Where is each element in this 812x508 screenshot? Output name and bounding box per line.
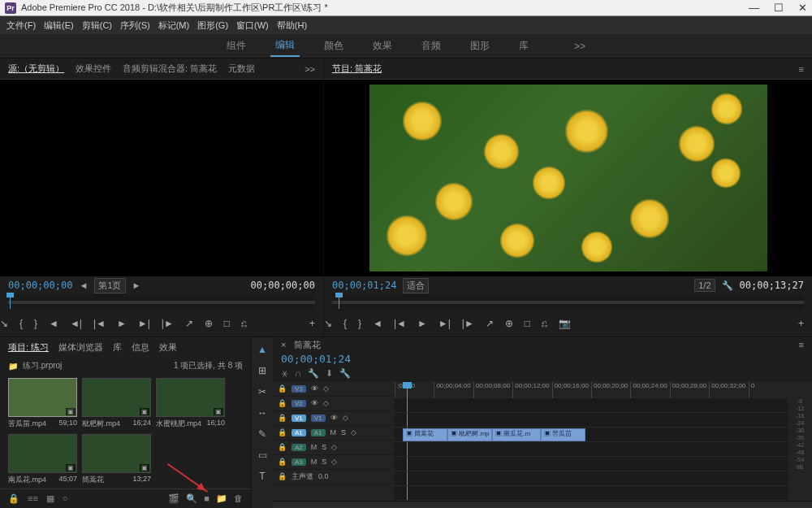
transport-button[interactable]: |► — [162, 318, 174, 329]
transport-button[interactable]: ►| — [138, 318, 150, 329]
workspace-tab[interactable]: 图形 — [465, 36, 495, 56]
thumbnail[interactable]: ▣ — [156, 378, 225, 417]
track-header[interactable]: 🔒主声道0.0 — [273, 470, 395, 484]
workspace-tab[interactable]: 库 — [514, 36, 533, 56]
track-lane[interactable] — [395, 442, 788, 457]
track-label[interactable]: V2 — [292, 400, 306, 407]
close-button[interactable]: ✕ — [798, 2, 807, 14]
sync-icon[interactable]: ◇ — [351, 428, 356, 436]
sync-icon[interactable]: ◇ — [323, 384, 329, 393]
track-header[interactable]: 🔒V1V1👁◇ — [273, 411, 395, 426]
page-back-icon[interactable]: ◄ — [79, 280, 88, 290]
source-panel-tab[interactable]: 源:（无剪辑） — [8, 63, 64, 75]
eye-icon[interactable]: 👁 — [311, 384, 318, 393]
timeline-tc[interactable]: 00;00;01;24 — [281, 353, 351, 365]
bin-icon[interactable]: 📁 — [8, 362, 18, 371]
transport-button[interactable]: ◄ — [373, 318, 382, 329]
footer-button[interactable]: 🎬 — [168, 493, 179, 504]
track-label[interactable]: A3 — [292, 458, 306, 466]
sync-icon[interactable]: ◇ — [323, 399, 329, 407]
transport-button[interactable]: |◄ — [394, 318, 406, 329]
workspace-more-icon[interactable]: >> — [569, 37, 590, 55]
page-fwd-icon[interactable]: ► — [132, 280, 141, 290]
menu-item[interactable]: 帮助(H) — [277, 20, 307, 32]
page-dropdown[interactable]: 第1页 — [94, 278, 125, 293]
tool-button[interactable]: T — [259, 471, 265, 482]
bin-item[interactable]: ▣南瓜花.mp445;07 — [8, 434, 77, 485]
footer-button[interactable]: ○ — [63, 493, 68, 504]
footer-button[interactable]: 📁 — [216, 493, 227, 504]
transport-button[interactable]: ►| — [438, 318, 451, 329]
transport-button[interactable]: ◄ — [49, 318, 58, 329]
menu-item[interactable]: 序列(S) — [120, 20, 150, 32]
source-panel-tab[interactable]: 音频剪辑混合器: 筒蒿花 — [123, 63, 217, 75]
timeline-clip[interactable]: ▣ 枇杷树.mp — [447, 428, 492, 441]
track-lane[interactable]: ▣ 筒蒿花▣ 枇杷树.mp▣ 南瓜花.m▣ 苦瓜苗 — [395, 428, 788, 442]
add-button-icon[interactable]: + — [309, 318, 315, 329]
timeline-tool-icon[interactable]: 🔧 — [339, 368, 351, 379]
track-header[interactable]: 🔒V2👁◇ — [273, 397, 395, 411]
transport-button[interactable]: ↘ — [0, 318, 8, 329]
transport-button[interactable]: □ — [525, 318, 530, 329]
menu-item[interactable]: 文件(F) — [6, 20, 36, 32]
tool-button[interactable]: ✂ — [258, 386, 266, 397]
source-scrubber[interactable] — [8, 294, 315, 310]
footer-button[interactable]: ■ — [204, 493, 209, 504]
workspace-tab[interactable]: 效果 — [368, 36, 397, 56]
project-bins[interactable]: ▣苦瓜苗.mp459;10▣枇杷树.mp416;24▣水蜜桃肥.mp416;10… — [0, 375, 251, 488]
menu-item[interactable]: 标记(M) — [158, 20, 190, 32]
add-button-icon[interactable]: + — [798, 318, 804, 329]
thumbnail[interactable]: ▣ — [8, 378, 77, 417]
transport-button[interactable]: { — [19, 318, 23, 329]
project-panel-tab[interactable]: 项目: 练习 — [8, 341, 49, 354]
track-lane[interactable] — [395, 457, 788, 471]
transport-button[interactable]: |◄ — [93, 318, 106, 329]
footer-button[interactable]: ▦ — [46, 493, 54, 504]
track-patch[interactable]: V1 — [292, 415, 306, 422]
menu-item[interactable]: 编辑(E) — [44, 20, 74, 32]
tool-button[interactable]: ↔ — [257, 407, 267, 419]
thumbnail[interactable]: ▣ — [82, 378, 151, 417]
bin-item[interactable]: ▣筒蒿花13;27 — [82, 434, 151, 485]
transport-button[interactable]: { — [343, 318, 347, 329]
tool-button[interactable]: ▲ — [257, 344, 267, 355]
transport-button[interactable]: ► — [417, 318, 427, 329]
transport-button[interactable]: ↘ — [324, 318, 332, 329]
mute-button[interactable]: M — [330, 428, 337, 436]
timeline-clip[interactable]: ▣ 苦瓜苗 — [541, 428, 585, 441]
tool-button[interactable]: ▭ — [258, 449, 267, 461]
tool-button[interactable]: ⊞ — [258, 365, 266, 376]
mute-button[interactable]: M — [311, 458, 317, 466]
workspace-tab[interactable]: 颜色 — [319, 36, 348, 56]
timeline-scrollbar[interactable] — [273, 501, 812, 508]
tool-button[interactable]: ✎ — [258, 428, 266, 440]
sync-icon[interactable]: ◇ — [331, 443, 337, 451]
track-header[interactable]: 🔒A3MS◇ — [273, 455, 395, 470]
solo-button[interactable]: S — [322, 443, 326, 451]
solo-button[interactable]: S — [322, 458, 326, 466]
sync-icon[interactable]: ◇ — [343, 414, 348, 422]
tabs-overflow-icon[interactable]: >> — [304, 64, 315, 74]
sync-icon[interactable]: ◇ — [331, 458, 337, 466]
transport-button[interactable]: □ — [224, 318, 230, 329]
transport-button[interactable]: ↗ — [185, 318, 193, 329]
program-tc-current[interactable]: 00;00;01;24 — [332, 280, 396, 291]
mute-button[interactable]: M — [311, 443, 317, 451]
sequence-name[interactable]: 筒蒿花 — [294, 339, 321, 351]
transport-button[interactable]: ↗ — [486, 318, 494, 329]
menu-item[interactable]: 剪辑(C) — [82, 20, 112, 32]
footer-button[interactable]: 🗑 — [234, 493, 243, 504]
project-panel-tab[interactable]: 库 — [113, 341, 122, 354]
transport-button[interactable]: } — [34, 318, 37, 329]
minimize-button[interactable]: — — [749, 2, 759, 14]
project-panel-tab[interactable]: 信息 — [132, 341, 149, 354]
program-tab[interactable]: 节目: 筒蒿花 — [332, 63, 382, 75]
track-header[interactable]: 🔒V3👁◇ — [273, 382, 395, 397]
maximize-button[interactable]: ☐ — [774, 2, 784, 14]
program-viewer[interactable] — [324, 80, 812, 276]
transport-button[interactable]: ⎌ — [241, 318, 247, 329]
menu-item[interactable]: 窗口(W) — [236, 20, 269, 32]
lock-icon[interactable]: 🔒 — [278, 443, 287, 451]
project-panel-tab[interactable]: 效果 — [159, 341, 177, 354]
track-area[interactable]: ;00;0000;00;04;0000;00;08;0000;00;12;000… — [395, 382, 788, 501]
